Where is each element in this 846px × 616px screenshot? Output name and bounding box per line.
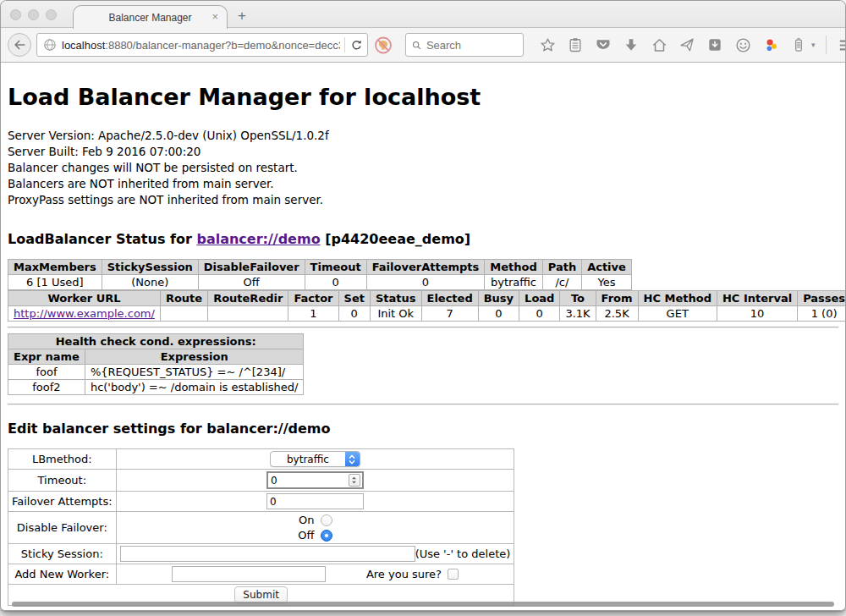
timeout-input[interactable] — [268, 475, 349, 487]
close-window-button[interactable] — [10, 9, 21, 20]
table-header-row: Expr name Expression — [8, 349, 304, 365]
disable-failover-radio-group: On Off — [120, 514, 511, 542]
table-row: foof %{REQUEST_STATUS} =~ /^[234]/ — [8, 365, 304, 380]
lbmethod-selected-value: bytraffic — [271, 454, 345, 465]
header-cell: HC Interval — [717, 291, 797, 306]
tab-balancer-manager[interactable]: Balancer Manager × — [73, 5, 228, 29]
header-cell: Passes — [798, 291, 845, 306]
worker-url-link[interactable]: http://www.example.com/ — [14, 307, 155, 320]
header-cell: Worker URL — [8, 291, 161, 306]
cell-disablefailover: Off — [198, 275, 305, 290]
cell-route — [160, 306, 207, 322]
horizontal-scrollbar-thumb[interactable] — [12, 602, 834, 607]
radio-on[interactable] — [321, 514, 332, 526]
worker-status-table: Worker URL Route RouteRedir Factor Set S… — [8, 290, 845, 322]
cell-set: 0 — [338, 306, 370, 322]
are-you-sure-checkbox[interactable] — [448, 569, 459, 580]
add-new-worker-input[interactable] — [172, 566, 326, 582]
section-divider — [8, 327, 838, 328]
chevron-down-icon[interactable]: ▾ — [811, 41, 816, 49]
new-tab-button[interactable]: + — [238, 8, 246, 25]
cell-from: 2.5K — [596, 306, 638, 322]
menu-hamburger-icon[interactable] — [837, 35, 846, 55]
submit-button[interactable]: Submit — [234, 586, 288, 603]
url-domain: localhost — [62, 39, 105, 52]
table-title-row: Health check cond. expressions: — [8, 334, 304, 349]
search-input[interactable] — [426, 39, 518, 52]
url-text[interactable]: localhost:8880/balancer-manager?b=demo&n… — [62, 39, 340, 52]
sticky-delete-hint: (Use '-' to delete) — [415, 547, 511, 560]
cell-to: 3.1K — [560, 306, 596, 322]
back-button[interactable] — [8, 33, 31, 57]
header-cell: Method — [485, 260, 542, 275]
zoom-window-button[interactable] — [46, 9, 57, 20]
minimize-window-button[interactable] — [28, 9, 39, 20]
sticky-session-input[interactable] — [120, 546, 415, 562]
header-cell: Active — [582, 260, 632, 275]
radio-off-selected[interactable] — [321, 530, 332, 542]
cell-elected: 7 — [421, 306, 478, 322]
cell-passes: 1 (0) — [798, 306, 845, 322]
edit-settings-heading: Edit balancer settings for balancer://de… — [8, 421, 838, 437]
section-divider — [8, 404, 838, 405]
disable-failover-label: Disable Failover: — [8, 512, 117, 544]
cell-load: 0 — [519, 306, 560, 322]
tab-close-icon[interactable]: × — [212, 11, 218, 22]
edit-settings-form: LBmethod: bytraffic Timeout: — [8, 448, 514, 606]
header-cell: FailoverAttempts — [366, 260, 485, 275]
cell-busy: 0 — [478, 306, 519, 322]
timeout-field-wrap — [266, 471, 364, 489]
reload-icon[interactable] — [349, 38, 364, 52]
radio-off-label: Off — [298, 529, 314, 542]
server-version: Server Version: Apache/2.5.0-dev (Unix) … — [8, 128, 838, 144]
failover-attempts-input[interactable] — [266, 493, 364, 509]
header-cell: DisableFailover — [198, 260, 305, 275]
server-notes: Balancer changes will NOT be persisted o… — [8, 160, 838, 208]
titlebar: Balancer Manager × + — [1, 1, 845, 28]
cell-maxmembers: 6 [1 Used] — [8, 275, 102, 290]
page-title: Load Balancer Manager for localhost — [8, 84, 838, 110]
balancer-demo-link[interactable]: balancer://demo — [196, 231, 320, 247]
server-built: Server Built: Feb 9 2016 07:00:20 — [8, 144, 838, 160]
bookmarks-clipboard-icon[interactable] — [565, 35, 585, 55]
home-icon[interactable] — [649, 35, 669, 55]
cell-failoverattempts: 0 — [366, 275, 485, 290]
search-bar[interactable] — [405, 33, 524, 57]
downloads-icon[interactable] — [621, 35, 641, 55]
battery-extension-icon[interactable] — [788, 35, 809, 55]
status-heading-prefix: LoadBalancer Status for — [8, 231, 196, 247]
feedback-smiley-icon[interactable] — [733, 35, 753, 55]
back-arrow-icon — [12, 37, 27, 52]
form-row-failover: Failover Attempts: — [8, 492, 514, 512]
header-cell: Route — [160, 291, 207, 306]
url-bar[interactable]: localhost:8880/balancer-manager?b=demo&n… — [36, 33, 368, 57]
save-to-device-icon[interactable] — [705, 35, 725, 55]
header-cell: Expression — [85, 349, 304, 365]
extension-colored-dots-icon[interactable] — [761, 35, 781, 55]
pocket-icon[interactable] — [593, 35, 613, 55]
balancer-status-table: MaxMembers StickySession DisableFailover… — [8, 259, 632, 290]
header-cell: Load — [519, 291, 560, 306]
form-row-timeout: Timeout: — [8, 470, 514, 492]
bookmark-star-icon[interactable] — [537, 35, 558, 55]
form-row-sticky: Sticky Session: (Use '-' to delete) — [8, 544, 514, 564]
header-cell: Path — [542, 260, 581, 275]
number-stepper-icon[interactable] — [349, 474, 360, 487]
note-proxypass: ProxyPass settings are NOT inherited fro… — [8, 192, 838, 208]
table-row: 6 [1 Used] (None) Off 0 0 bytraffic /c/ … — [8, 275, 632, 290]
health-check-table: Health check cond. expressions: Expr nam… — [8, 333, 304, 395]
select-stepper-icon — [345, 451, 360, 467]
form-row-lbmethod: LBmethod: bytraffic — [8, 449, 514, 470]
send-plane-icon[interactable] — [677, 35, 697, 55]
lbmethod-select[interactable]: bytraffic — [270, 451, 360, 467]
header-cell: Expr name — [8, 349, 85, 365]
radio-on-label: On — [298, 514, 314, 526]
sticky-session-label: Sticky Session: — [8, 544, 117, 564]
content-block-icon[interactable] — [373, 35, 393, 55]
cell-hc-method: GET — [638, 306, 717, 322]
cell-expr-name: foof2 — [8, 380, 85, 395]
header-cell: Busy — [478, 291, 519, 306]
cell-expression: %{REQUEST_STATUS} =~ /^[234]/ — [85, 365, 304, 380]
cell-hc-interval: 10 — [717, 306, 797, 322]
navigation-toolbar: localhost:8880/balancer-manager?b=demo&n… — [1, 28, 845, 63]
